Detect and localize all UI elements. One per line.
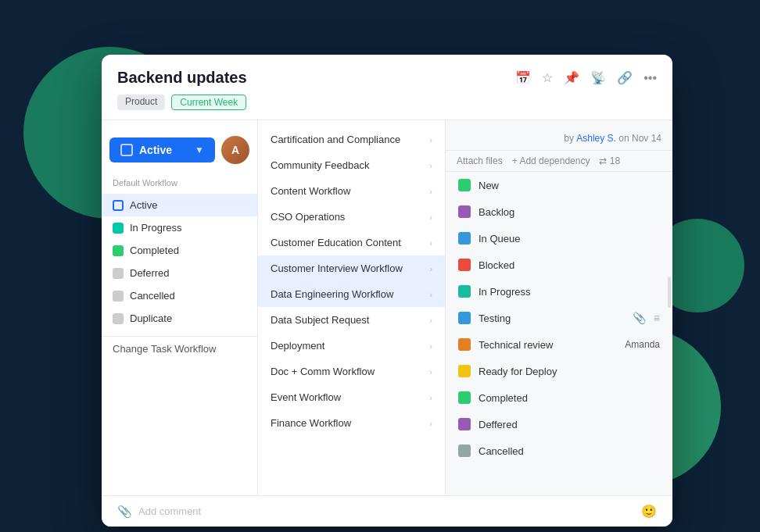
right-status-label-backlog: Backlog: [479, 206, 514, 218]
workflow-label-cartification: Cartification and Compliance: [271, 134, 400, 145]
right-status-new[interactable]: New: [446, 172, 672, 198]
workflow-item-data-eng[interactable]: Data Engineering Workflow ›: [258, 281, 445, 307]
workflow-item-customer-interview[interactable]: Customer Interview Workflow ›: [258, 255, 445, 281]
status-selector[interactable]: Active ▼: [109, 137, 215, 162]
status-dot-deferred: [113, 268, 124, 279]
right-status-technical-review[interactable]: Technical review Amanda: [446, 331, 672, 358]
right-status-inprogress[interactable]: In Progress: [446, 278, 672, 305]
chevron-right-icon-11: ›: [429, 419, 432, 428]
chevron-right-icon-3: ›: [429, 212, 432, 222]
tag-current-week[interactable]: Current Week: [171, 95, 246, 110]
star-icon[interactable]: ☆: [542, 70, 553, 85]
status-dot-cancelled: [113, 291, 124, 302]
chevron-right-icon-9: ›: [429, 367, 432, 377]
status-item-active[interactable]: Active: [102, 194, 257, 216]
workflow-label-event: Event Workflow: [271, 391, 341, 403]
right-status-dot-testing: [458, 312, 471, 324]
workflow-item-community[interactable]: Community Feedback ›: [258, 152, 445, 178]
status-label-duplicate: Duplicate: [130, 312, 172, 324]
workflow-label-data-eng: Data Engineering Workflow: [271, 288, 393, 300]
workflow-label-cso: CSO Operations: [271, 211, 345, 223]
status-item-completed[interactable]: Completed: [102, 239, 257, 262]
author-name: Ashley S.: [576, 133, 616, 144]
workflow-item-content[interactable]: Content Workflow ›: [258, 178, 445, 204]
chevron-right-icon-7: ›: [429, 316, 432, 325]
right-status-label-inqueue: In Queue: [479, 233, 521, 245]
status-item-duplicate[interactable]: Duplicate: [102, 307, 257, 330]
right-status-label-inprogress: In Progress: [479, 286, 530, 298]
right-status-dot-inqueue: [458, 232, 471, 245]
status-dot-active: [113, 200, 124, 211]
header-icons: 📅 ☆ 📌 📡 🔗 •••: [515, 70, 657, 85]
scrollbar[interactable]: [668, 277, 671, 308]
right-status-label-deploy: Ready for Deploy: [479, 366, 557, 377]
right-status-completed[interactable]: Completed: [446, 384, 672, 411]
status-selector-label: Active: [139, 144, 188, 156]
chevron-right-icon-0: ›: [429, 135, 432, 145]
on-label: on: [618, 133, 632, 144]
right-status-dot-completed: [458, 391, 471, 404]
card-footer: 📎 Add comment 🙂: [102, 495, 672, 527]
workflow-item-cso[interactable]: CSO Operations ›: [258, 204, 445, 230]
right-status-cancelled[interactable]: Cancelled: [446, 437, 672, 464]
workflow-label-deployment: Deployment: [271, 340, 324, 352]
right-status-ready-deploy[interactable]: Ready for Deploy: [446, 358, 672, 384]
emoji-icon[interactable]: 🙂: [641, 504, 657, 519]
assignee-name: Amanda: [625, 339, 660, 350]
right-status-dot-cancelled-right: [458, 445, 471, 457]
rss-icon[interactable]: 📡: [590, 70, 606, 85]
left-panel: Active ▼ A Default Workflow Active In Pr…: [102, 120, 258, 495]
right-status-blocked[interactable]: Blocked: [446, 252, 672, 278]
status-dot-duplicate: [113, 313, 124, 324]
right-status-deffered[interactable]: Deffered: [446, 411, 672, 437]
pin-icon[interactable]: 📌: [564, 70, 579, 85]
calendar-icon[interactable]: 📅: [515, 70, 531, 85]
right-status-dot-technical: [458, 338, 471, 351]
tag-product[interactable]: Product: [117, 95, 165, 110]
status-label-inprogress: In Progress: [130, 222, 181, 234]
share-icon[interactable]: ⇄ 18: [599, 155, 620, 166]
status-item-cancelled[interactable]: Cancelled: [102, 284, 257, 307]
workflow-item-customer-edu[interactable]: Customer Education Content ›: [258, 230, 445, 255]
menu-icon: ≡: [654, 312, 660, 324]
attach-files-label[interactable]: Attach files: [457, 155, 503, 166]
status-item-inprogress[interactable]: In Progress: [102, 216, 257, 239]
chevron-down-icon: ▼: [195, 145, 204, 155]
chevron-right-icon-2: ›: [429, 187, 432, 196]
workflow-label-community: Community Feedback: [271, 159, 369, 171]
status-dot-inprogress: [113, 223, 124, 234]
paperclip-icon: 📎: [117, 505, 132, 519]
workflow-item-finance[interactable]: Finance Workflow ›: [258, 410, 445, 436]
workflow-item-cartification[interactable]: Cartification and Compliance ›: [258, 127, 445, 152]
workflow-item-doc-comm[interactable]: Doc + Comm Workflow ›: [258, 359, 445, 384]
right-status-label-new: New: [479, 180, 499, 191]
add-dependency-button[interactable]: + Add dependency: [512, 155, 590, 166]
right-status-backlog[interactable]: Backlog: [446, 198, 672, 225]
card-header: Backend updates 📅 ☆ 📌 📡 🔗 ••• Product Cu…: [102, 55, 672, 120]
workflow-item-event[interactable]: Event Workflow ›: [258, 384, 445, 410]
status-item-deferred[interactable]: Deferred: [102, 262, 257, 284]
workflow-label-doc-comm: Doc + Comm Workflow: [271, 366, 375, 377]
right-status-dot-deploy: [458, 365, 471, 377]
status-options-panel: by Ashley S. on Nov 14 Attach files + Ad…: [446, 120, 672, 495]
right-status-inqueue[interactable]: In Queue: [446, 225, 672, 252]
task-date: Nov 14: [632, 133, 661, 144]
link-icon[interactable]: 🔗: [617, 70, 633, 85]
chevron-right-icon-8: ›: [429, 341, 432, 351]
comment-input-placeholder[interactable]: Add comment: [138, 505, 635, 517]
workflow-label-finance: Finance Workflow: [271, 417, 351, 429]
right-status-label-cancelled: Cancelled: [479, 445, 524, 457]
plus-icon: +: [512, 155, 518, 166]
workflow-item-deployment[interactable]: Deployment ›: [258, 333, 445, 359]
workflow-label-customer-edu: Customer Education Content: [271, 237, 401, 248]
change-workflow-button[interactable]: Change Task Workflow: [102, 336, 257, 361]
workflow-list: Cartification and Compliance › Community…: [258, 120, 446, 495]
chevron-right-icon-6: ›: [429, 290, 432, 299]
more-icon[interactable]: •••: [643, 71, 657, 85]
chevron-right-icon-4: ›: [429, 238, 432, 248]
workflow-label: Default Workflow: [102, 175, 257, 191]
right-status-testing[interactable]: Testing 📎 ≡: [446, 305, 672, 331]
title-row: Backend updates 📅 ☆ 📌 📡 🔗 •••: [117, 69, 657, 87]
by-label: by: [564, 133, 576, 144]
workflow-item-data-subject[interactable]: Data Subject Request ›: [258, 307, 445, 333]
